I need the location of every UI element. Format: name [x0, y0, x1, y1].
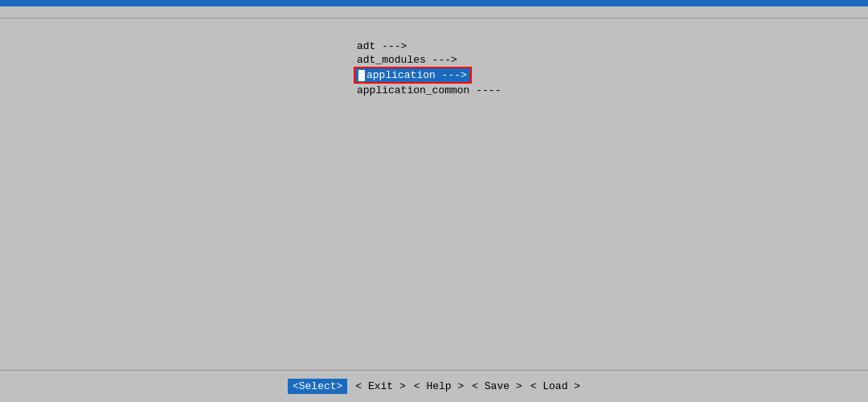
- menu-item-1[interactable]: adt_modules --->: [354, 53, 461, 67]
- bottom-btn-0[interactable]: <Select>: [288, 379, 347, 394]
- menu-item-0[interactable]: adt --->: [354, 39, 410, 53]
- bottom-btn-1[interactable]: < Exit >: [355, 380, 405, 392]
- bottom-bar: <Select>< Exit >< Help >< Save >< Load >: [0, 370, 868, 402]
- menu-item-2[interactable]: application --->: [354, 67, 472, 84]
- selected-indicator: [358, 70, 365, 81]
- info-bar: [0, 6, 868, 13]
- bottom-btn-3[interactable]: < Save >: [472, 380, 522, 392]
- menu-item-label-2: application --->: [366, 69, 467, 81]
- menu-container: adt --->adt_modules --->application --->…: [354, 39, 514, 97]
- menu-item-3[interactable]: application_common ----: [354, 84, 504, 97]
- main-area: adt --->adt_modules --->application --->…: [0, 23, 868, 337]
- menu-item-label-1: adt_modules --->: [357, 54, 457, 66]
- menu-item-label-0: adt --->: [357, 40, 407, 52]
- menu-item-label-3: application_common ----: [357, 84, 501, 96]
- bottom-btn-4[interactable]: < Load >: [530, 380, 580, 392]
- divider: [0, 18, 868, 18]
- title-bar: [0, 0, 868, 6]
- bottom-btn-2[interactable]: < Help >: [414, 380, 464, 392]
